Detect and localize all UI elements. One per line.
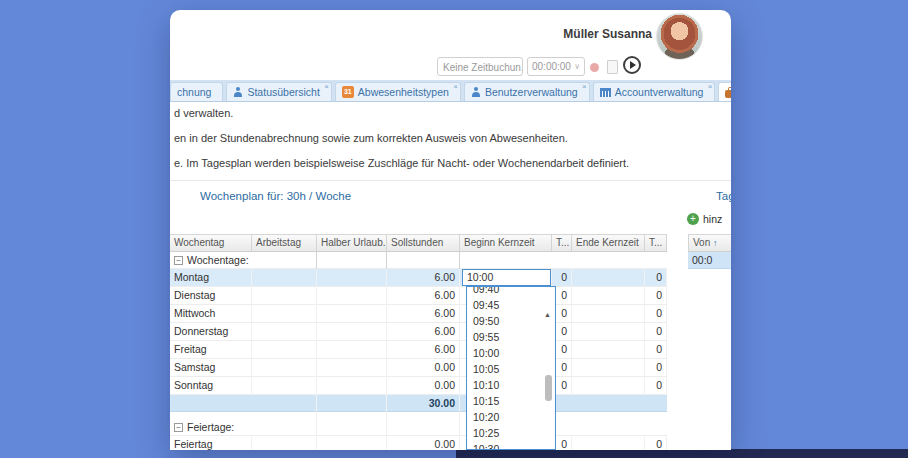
table-row[interactable]: Sonntag 0.00 0 0 bbox=[170, 377, 667, 395]
cell-wochentag[interactable]: Dienstag bbox=[170, 287, 252, 304]
close-icon[interactable]: × bbox=[582, 82, 587, 91]
cell-t2[interactable]: 0 bbox=[645, 269, 667, 286]
cell-ende-kernzeit[interactable] bbox=[572, 287, 645, 304]
tab-abrechnung[interactable]: chnung bbox=[170, 82, 223, 101]
wochenplan-title[interactable]: Wochenplan für: 30h / Woche bbox=[200, 190, 351, 202]
table-row[interactable]: Feiertag 0.00 0 0 bbox=[170, 436, 667, 450]
tab-arbeitszeitmodelle[interactable]: Arbe bbox=[718, 82, 731, 101]
col-header-t1[interactable]: T... bbox=[552, 235, 572, 251]
collapse-icon[interactable]: − bbox=[174, 423, 183, 432]
table-row[interactable]: Donnerstag 6.00 0 0 bbox=[170, 323, 667, 341]
add-button-label: hinz bbox=[703, 213, 722, 225]
briefcase-icon bbox=[725, 90, 731, 98]
cell-ende-kernzeit[interactable] bbox=[572, 323, 645, 340]
calendar-icon: 31 bbox=[342, 86, 354, 98]
play-button[interactable] bbox=[623, 56, 641, 74]
decor-dark-strip bbox=[456, 449, 908, 458]
cell-arbeitstag[interactable] bbox=[252, 436, 317, 450]
tab-accountverwaltung[interactable]: Accountverwaltung × bbox=[593, 82, 716, 101]
sort-up-icon: ↑ bbox=[713, 238, 718, 248]
copy-icon[interactable] bbox=[607, 60, 618, 74]
time-option[interactable]: 10:15 bbox=[467, 393, 555, 409]
time-option[interactable]: 09:45 bbox=[467, 297, 555, 313]
col-header-t2[interactable]: T... bbox=[645, 235, 667, 251]
divider bbox=[170, 180, 731, 181]
cell-t2[interactable]: 0 bbox=[645, 436, 667, 450]
cell-wochentag[interactable]: Donnerstag bbox=[170, 323, 252, 340]
cell-ende-kernzeit[interactable] bbox=[572, 341, 645, 358]
time-option[interactable]: 10:20 bbox=[467, 409, 555, 425]
tab-label: Benutzerverwaltung bbox=[485, 86, 578, 98]
group-label: Wochentage: bbox=[187, 254, 249, 266]
booking-status-dropdown[interactable]: Keine Zeitbuchun... bbox=[437, 57, 523, 76]
scroll-up-icon[interactable]: ▲ bbox=[544, 311, 551, 318]
cell-wochentag[interactable]: Samstag bbox=[170, 359, 252, 376]
cell-wochentag[interactable]: Feiertag bbox=[170, 436, 252, 450]
collapse-icon[interactable]: − bbox=[174, 256, 183, 265]
cell-ende-kernzeit[interactable] bbox=[572, 305, 645, 322]
time-option[interactable]: 10:10 bbox=[467, 377, 555, 393]
tab-statusuebersicht[interactable]: Statusübersicht × bbox=[226, 82, 331, 101]
cell-wochentag[interactable]: Montag bbox=[170, 269, 252, 286]
avatar[interactable] bbox=[656, 13, 703, 60]
cell-t2[interactable]: 0 bbox=[645, 359, 667, 376]
time-option[interactable]: 09:40 bbox=[467, 286, 555, 297]
col-header-ende-kernzeit[interactable]: Ende Kernzeit bbox=[572, 235, 645, 251]
record-icon[interactable] bbox=[590, 63, 599, 72]
panel-header-row: Von ↑ bbox=[688, 234, 731, 252]
close-icon[interactable]: × bbox=[453, 82, 458, 91]
tab-benutzerverwaltung[interactable]: Benutzerverwaltung × bbox=[464, 82, 590, 101]
panel-row[interactable]: 00:0 bbox=[688, 252, 731, 269]
cell-t2[interactable]: 0 bbox=[645, 305, 667, 322]
user-name: Müller Susanna bbox=[563, 27, 652, 41]
intro-line: e. Im Tagesplan werden beispielsweise Zu… bbox=[174, 157, 629, 169]
table-row[interactable]: Samstag 0.00 0 0 bbox=[170, 359, 667, 377]
cell-t2[interactable]: 0 bbox=[645, 287, 667, 304]
cell-ende-kernzeit[interactable] bbox=[572, 269, 645, 286]
cell-halber-urlaub[interactable] bbox=[317, 436, 387, 450]
beginn-kernzeit-input[interactable]: 10:00 bbox=[462, 269, 551, 286]
time-option[interactable]: 10:30 bbox=[467, 441, 555, 450]
intro-line: d verwalten. bbox=[174, 107, 233, 119]
cell-ende-kernzeit[interactable] bbox=[572, 436, 645, 450]
time-option[interactable]: 10:25 bbox=[467, 425, 555, 441]
time-option[interactable]: 09:55 bbox=[467, 329, 555, 345]
cell-t2[interactable]: 0 bbox=[645, 341, 667, 358]
table-row[interactable]: Freitag 6.00 0 0 bbox=[170, 341, 667, 359]
tab-label: chnung bbox=[177, 86, 211, 98]
wochenplan-grid: Wochentag Arbeitstag Halber Urlaub... So… bbox=[170, 234, 667, 450]
table-row[interactable]: Mittwoch 6.00 0 0 bbox=[170, 305, 667, 323]
cell-t1[interactable]: 0 bbox=[552, 269, 572, 286]
bank-icon bbox=[600, 88, 611, 97]
user-icon bbox=[471, 87, 481, 97]
col-header-von[interactable]: Von ↑ bbox=[689, 235, 731, 251]
time-option[interactable]: 09:50 bbox=[467, 313, 555, 329]
background: Müller Susanna Keine Zeitbuchun... 00:00… bbox=[0, 0, 908, 458]
tagesplan-title[interactable]: Tag bbox=[716, 190, 731, 202]
col-header-beginn-kernzeit[interactable]: Beginn Kernzeit bbox=[460, 235, 552, 251]
close-icon[interactable]: × bbox=[324, 82, 329, 91]
cell-sollstunden[interactable]: 0.00 bbox=[387, 436, 460, 450]
time-option[interactable]: 10:00 bbox=[467, 345, 555, 361]
col-header-wochentag[interactable]: Wochentag bbox=[170, 235, 252, 251]
table-row[interactable]: Montag 6.00 0 0 bbox=[170, 269, 667, 287]
chevron-down-icon: ∨ bbox=[574, 62, 580, 71]
add-button[interactable]: + hinz bbox=[687, 213, 722, 225]
cell-wochentag[interactable]: Mittwoch bbox=[170, 305, 252, 322]
scrollbar-thumb[interactable] bbox=[545, 375, 552, 401]
time-dropdown-list[interactable]: 09:40 09:45 09:50 09:55 10:00 10:05 10:1… bbox=[466, 286, 556, 450]
cell-wochentag[interactable]: Freitag bbox=[170, 341, 252, 358]
time-option[interactable]: 10:05 bbox=[467, 361, 555, 377]
tab-label: Accountverwaltung bbox=[615, 86, 704, 98]
app-window: Müller Susanna Keine Zeitbuchun... 00:00… bbox=[170, 10, 731, 450]
tab-abwesenheitstypen[interactable]: 31 Abwesenheitstypen × bbox=[335, 82, 461, 101]
cell-t2[interactable]: 0 bbox=[645, 377, 667, 394]
table-row[interactable]: Dienstag 6.00 0 0 bbox=[170, 287, 667, 305]
cell-wochentag[interactable]: Sonntag bbox=[170, 377, 252, 394]
close-icon[interactable]: × bbox=[708, 82, 713, 91]
group-label: Feiertage: bbox=[187, 421, 234, 433]
cell-t2[interactable]: 0 bbox=[645, 323, 667, 340]
timer-dropdown[interactable]: 00:00:00 ∨ bbox=[527, 57, 585, 76]
cell-ende-kernzeit[interactable] bbox=[572, 377, 645, 394]
cell-ende-kernzeit[interactable] bbox=[572, 359, 645, 376]
